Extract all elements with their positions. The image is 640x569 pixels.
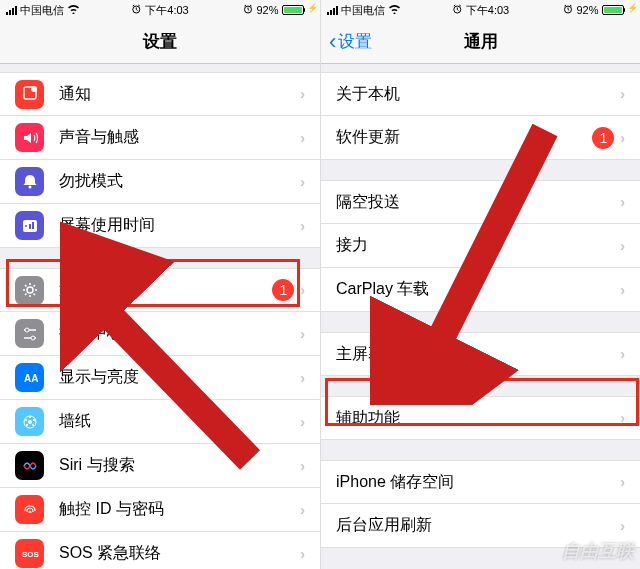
row-label: 主屏幕按钮 (336, 344, 614, 365)
row-label: 隔空投送 (336, 192, 614, 213)
row-label: SOS 紧急联络 (59, 543, 294, 564)
svg-point-21 (31, 423, 33, 425)
row-label: 软件更新 (336, 127, 592, 148)
chevron-right-icon: › (620, 410, 625, 426)
battery-icon (282, 5, 306, 15)
battery-pct-label: 92% (256, 4, 278, 16)
wifi-icon (67, 4, 80, 16)
touchid-icon (15, 495, 44, 524)
general-row[interactable]: 软件更新1› (321, 116, 640, 160)
page-title: 通用 (464, 30, 498, 53)
siri-icon (15, 451, 44, 480)
chevron-right-icon: › (300, 130, 305, 146)
row-label: 通知 (59, 84, 294, 105)
svg-point-10 (25, 328, 29, 332)
svg-point-6 (25, 225, 27, 227)
general-row[interactable]: 辅助功能› (321, 396, 640, 440)
dnd-icon (15, 167, 44, 196)
settings-row-gear[interactable]: 通用1› (0, 268, 320, 312)
chevron-right-icon: › (300, 218, 305, 234)
row-label: iPhone 储存空间 (336, 472, 614, 493)
chevron-right-icon: › (300, 458, 305, 474)
chevron-right-icon: › (300, 414, 305, 430)
settings-row-sound[interactable]: 声音与触感› (0, 116, 320, 160)
svg-point-22 (25, 423, 27, 425)
alarm-icon-2 (243, 4, 253, 16)
signal-icon (6, 6, 17, 15)
svg-rect-7 (29, 224, 31, 229)
page-title: 设置 (143, 30, 177, 53)
nav-bar: 设置 (0, 20, 320, 64)
chevron-right-icon: › (300, 174, 305, 190)
svg-point-13 (31, 336, 35, 340)
svg-point-4 (28, 185, 31, 188)
chevron-right-icon: › (300, 546, 305, 562)
settings-row-touchid[interactable]: 触控 ID 与密码› (0, 488, 320, 532)
svg-point-19 (28, 415, 30, 417)
battery-icon (602, 5, 626, 15)
svg-point-9 (27, 287, 33, 293)
carrier-label: 中国电信 (341, 3, 385, 18)
back-button[interactable]: ‹ 设置 (329, 30, 372, 53)
settings-row-notify[interactable]: 通知› (0, 72, 320, 116)
row-label: 屏幕使用时间 (59, 215, 294, 236)
status-bar: 中国电信 下午4:03 92% (0, 0, 320, 20)
general-row[interactable]: 主屏幕按钮› (321, 332, 640, 376)
chevron-right-icon: › (620, 346, 625, 362)
badge: 1 (592, 127, 614, 149)
settings-row-siri[interactable]: Siri 与搜索› (0, 444, 320, 488)
charging-icon (308, 5, 314, 15)
row-label: 触控 ID 与密码 (59, 499, 294, 520)
svg-point-20 (32, 418, 34, 420)
row-label: 辅助功能 (336, 408, 614, 429)
time-label: 下午4:03 (466, 3, 509, 18)
nav-bar: ‹ 设置 通用 (321, 20, 640, 64)
row-label: 关于本机 (336, 84, 614, 105)
notify-icon (15, 80, 44, 109)
settings-row-display[interactable]: AA显示与亮度› (0, 356, 320, 400)
control-icon (15, 319, 44, 348)
settings-row-wallpaper[interactable]: 墙纸› (0, 400, 320, 444)
chevron-right-icon: › (300, 370, 305, 386)
svg-text:SOS: SOS (22, 550, 39, 559)
chevron-right-icon: › (620, 130, 625, 146)
gear-icon (15, 276, 44, 305)
signal-icon (327, 6, 338, 15)
chevron-right-icon: › (620, 282, 625, 298)
row-label: 勿扰模式 (59, 171, 294, 192)
charging-icon (628, 5, 634, 15)
general-row[interactable]: 隔空投送› (321, 180, 640, 224)
general-row[interactable]: iPhone 储存空间› (321, 460, 640, 504)
chevron-right-icon: › (620, 194, 625, 210)
alarm-icon-2 (563, 4, 573, 16)
row-label: 显示与亮度 (59, 367, 294, 388)
display-icon: AA (15, 363, 44, 392)
row-label: 通用 (59, 280, 272, 301)
chevron-right-icon: › (620, 474, 625, 490)
chevron-right-icon: › (300, 86, 305, 102)
row-label: 墙纸 (59, 411, 294, 432)
sound-icon (15, 123, 44, 152)
chevron-right-icon: › (620, 86, 625, 102)
wallpaper-icon (15, 407, 44, 436)
wifi-icon (388, 4, 401, 16)
chevron-left-icon: ‹ (329, 31, 336, 53)
settings-row-dnd[interactable]: 勿扰模式› (0, 160, 320, 204)
settings-row-sos[interactable]: SOSSOS 紧急联络› (0, 532, 320, 569)
chevron-right-icon: › (300, 326, 305, 342)
general-row[interactable]: 接力› (321, 224, 640, 268)
svg-text:AA: AA (24, 373, 38, 384)
row-label: 后台应用刷新 (336, 515, 614, 536)
row-label: CarPlay 车载 (336, 279, 614, 300)
general-row[interactable]: CarPlay 车载› (321, 268, 640, 312)
row-label: 声音与触感 (59, 127, 294, 148)
sos-icon: SOS (15, 539, 44, 568)
settings-row-screentime[interactable]: 屏幕使用时间› (0, 204, 320, 248)
alarm-icon (131, 4, 141, 16)
general-row[interactable]: 关于本机› (321, 72, 640, 116)
settings-row-control[interactable]: 控制中心› (0, 312, 320, 356)
svg-point-3 (31, 86, 37, 92)
badge: 1 (272, 279, 294, 301)
svg-rect-8 (32, 222, 34, 229)
chevron-right-icon: › (620, 518, 625, 534)
